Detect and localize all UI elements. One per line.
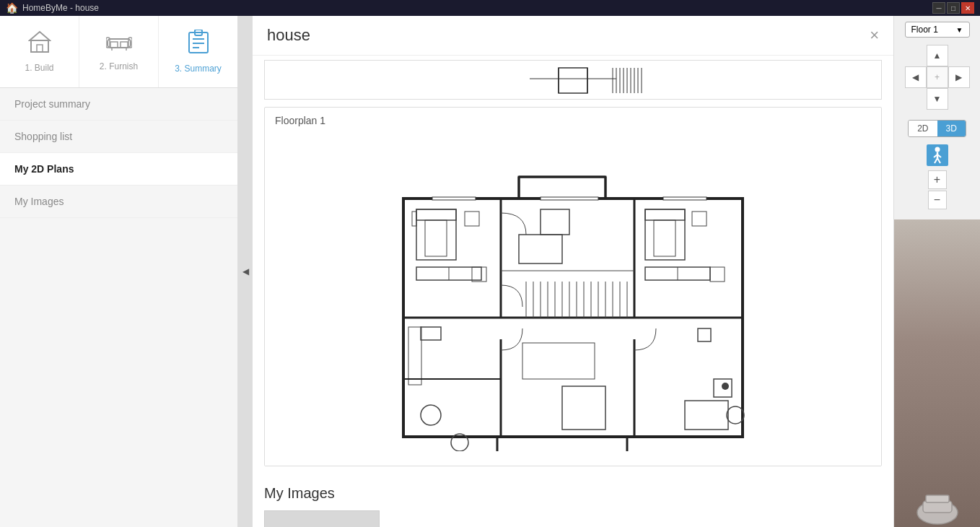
sidebar-item-my-2d-plans[interactable]: My 2D Plans <box>0 153 237 186</box>
app-icon: 🏠 <box>6 2 18 14</box>
main-area: house × <box>253 16 893 527</box>
tab-furnish-label: 2. Furnish <box>100 61 138 71</box>
person-view-button[interactable] <box>927 144 948 166</box>
svg-rect-60 <box>408 327 421 385</box>
svg-rect-61 <box>562 386 605 430</box>
nav-right-button[interactable]: ▶ <box>948 66 970 88</box>
title-bar: 🏠 HomeByMe - house ─ □ ✕ <box>0 0 980 16</box>
zoom-controls: + − <box>928 170 947 209</box>
minimize-button[interactable]: ─ <box>932 2 945 14</box>
svg-rect-5 <box>121 42 128 48</box>
svg-rect-85 <box>663 197 706 200</box>
sidebar-collapse-button[interactable]: ◀ <box>238 16 253 527</box>
summary-icon <box>188 30 209 59</box>
svg-rect-65 <box>698 328 711 341</box>
floor-label: Floor 1 <box>911 25 938 35</box>
svg-rect-51 <box>692 212 706 226</box>
svg-rect-17 <box>559 68 587 93</box>
nav-center-button[interactable]: + <box>927 66 948 88</box>
floorplan-section: Floorplan 1 <box>264 107 882 466</box>
svg-rect-38 <box>497 437 627 451</box>
nav-up-button[interactable]: ▲ <box>927 45 948 66</box>
my-images-title: My Images <box>264 485 882 502</box>
svg-line-91 <box>935 158 937 163</box>
content-panel[interactable]: Floorplan 1 <box>253 56 893 527</box>
svg-rect-56 <box>541 209 569 235</box>
svg-rect-84 <box>541 197 598 200</box>
restore-button[interactable]: □ <box>947 2 960 14</box>
tab-furnish[interactable]: 2. Furnish <box>79 16 159 87</box>
svg-rect-34 <box>519 177 605 199</box>
svg-rect-42 <box>465 212 479 226</box>
sidebar-item-my-images[interactable]: My Images <box>0 186 237 218</box>
floorplan-label: Floorplan 1 <box>265 108 881 134</box>
floor-selector[interactable]: Floor 1 ▼ <box>905 22 970 38</box>
nav-empty-br <box>948 88 970 110</box>
view-3d-button[interactable]: 3D <box>937 121 966 136</box>
build-icon <box>28 30 51 58</box>
dialog-close-button[interactable]: × <box>870 27 879 43</box>
svg-rect-49 <box>645 209 685 220</box>
svg-rect-50 <box>654 220 675 256</box>
svg-rect-41 <box>425 220 447 256</box>
floor-dropdown-icon: ▼ <box>956 26 963 34</box>
sidebar-menu: Project summary Shopping list My 2D Plan… <box>0 88 237 527</box>
nav-down-button[interactable]: ▼ <box>927 88 948 110</box>
tab-build[interactable]: 1. Build <box>0 16 79 87</box>
tab-build-label: 1. Build <box>25 63 53 73</box>
svg-rect-52 <box>710 267 725 282</box>
svg-rect-0 <box>31 40 48 52</box>
right-panel: Floor 1 ▼ ▲ ◀ + ▶ ▼ 2D 3D <box>893 16 980 527</box>
sidebar: 1. Build 2. Furnish <box>0 16 238 527</box>
svg-rect-62 <box>522 343 595 379</box>
svg-rect-63 <box>685 401 728 430</box>
nav-tabs: 1. Build 2. Furnish <box>0 16 237 88</box>
view-toggle: 2D 3D <box>908 120 966 137</box>
svg-rect-46 <box>472 267 486 282</box>
dialog-header: house × <box>253 16 893 56</box>
tab-summary-label: 3. Summary <box>175 64 222 74</box>
sidebar-item-shopping-list[interactable]: Shopping list <box>0 121 237 153</box>
svg-rect-2 <box>37 45 43 52</box>
svg-line-92 <box>937 158 940 163</box>
nav-left-button[interactable]: ◀ <box>905 66 927 88</box>
view-2d-button[interactable]: 2D <box>909 121 937 136</box>
furnish-icon <box>106 32 132 57</box>
svg-rect-39 <box>416 209 456 260</box>
svg-rect-83 <box>432 197 476 200</box>
nav-arrows: ▲ ◀ + ▶ ▼ <box>905 45 970 110</box>
svg-marker-1 <box>30 32 50 40</box>
svg-rect-43 <box>412 212 416 226</box>
3d-scene-hint <box>909 469 966 527</box>
svg-rect-40 <box>416 209 456 220</box>
svg-rect-4 <box>110 42 118 48</box>
svg-rect-58 <box>421 327 441 340</box>
window-title: HomeByMe - house <box>22 3 99 13</box>
nav-empty-tl <box>905 45 927 66</box>
floorplan-image <box>265 134 881 466</box>
close-button[interactable]: ✕ <box>961 2 974 14</box>
svg-rect-48 <box>645 209 685 260</box>
svg-rect-3 <box>108 39 131 48</box>
3d-preview-area <box>894 219 980 527</box>
zoom-out-button[interactable]: − <box>928 191 947 209</box>
svg-point-87 <box>935 147 940 152</box>
nav-empty-bl <box>905 88 927 110</box>
my-images-section: My Images <box>253 474 893 527</box>
app-container: 1. Build 2. Furnish <box>0 16 980 527</box>
tab-summary[interactable]: 3. Summary <box>159 16 237 87</box>
images-row <box>264 510 882 527</box>
svg-rect-55 <box>519 235 562 264</box>
sidebar-item-project-summary[interactable]: Project summary <box>0 88 237 121</box>
svg-point-57 <box>421 405 441 425</box>
dialog-title: house <box>267 26 310 45</box>
svg-rect-95 <box>926 495 949 502</box>
svg-point-66 <box>722 383 729 390</box>
nav-empty-tr <box>948 45 970 66</box>
window-controls[interactable]: ─ □ ✕ <box>932 2 974 14</box>
image-thumbnail-1[interactable] <box>264 510 380 527</box>
zoom-in-button[interactable]: + <box>928 170 947 189</box>
top-section-card <box>264 60 882 100</box>
